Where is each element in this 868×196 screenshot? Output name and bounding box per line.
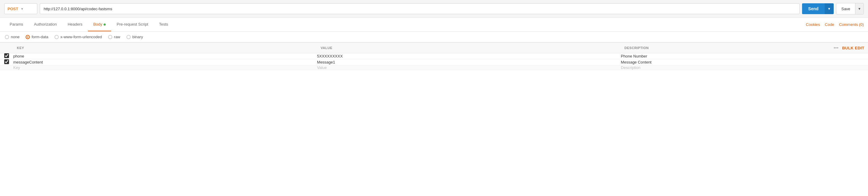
body-type-none[interactable]: none bbox=[5, 35, 20, 39]
table-header-row: KEY VALUE DESCRIPTION ••• Bulk Edit bbox=[0, 43, 868, 53]
empty-actions-cell bbox=[830, 65, 868, 70]
row1-check-cell bbox=[0, 53, 13, 59]
table-empty-row: Key Value Description bbox=[0, 65, 868, 70]
body-type-form-data[interactable]: form-data bbox=[26, 35, 49, 39]
table-row: phone 5XXXXXXXXX Phone Number bbox=[0, 53, 868, 59]
row2-key-cell: messageContent bbox=[13, 59, 317, 65]
th-check bbox=[0, 43, 13, 53]
body-type-binary[interactable]: binary bbox=[126, 35, 143, 39]
row1-description-cell: Phone Number bbox=[621, 53, 830, 59]
row1-actions-cell bbox=[830, 53, 868, 59]
send-btn-group: Send ▼ bbox=[802, 3, 834, 14]
send-dropdown-button[interactable]: ▼ bbox=[825, 3, 834, 14]
tab-body[interactable]: Body bbox=[88, 18, 112, 31]
radio-none-icon bbox=[5, 35, 9, 39]
radio-form-data-icon bbox=[26, 35, 30, 39]
row1-checkbox[interactable] bbox=[4, 53, 9, 58]
code-link[interactable]: Code bbox=[825, 22, 834, 27]
save-dropdown-button[interactable]: ▼ bbox=[855, 3, 864, 14]
body-dot-indicator bbox=[103, 24, 106, 26]
body-type-bar: none form-data x-www-form-urlencoded raw… bbox=[0, 32, 868, 42]
tab-pre-request-script[interactable]: Pre-request Script bbox=[111, 18, 154, 31]
empty-description-cell[interactable]: Description bbox=[621, 65, 830, 70]
tab-headers[interactable]: Headers bbox=[62, 18, 88, 31]
th-actions: ••• Bulk Edit bbox=[830, 43, 868, 53]
empty-key-cell[interactable]: Key bbox=[13, 65, 317, 70]
toolbar: POST ▼ Send ▼ Save ▼ bbox=[0, 0, 868, 18]
comments-link[interactable]: Comments (0) bbox=[839, 22, 864, 27]
tabs-left: Params Authorization Headers Body Pre-re… bbox=[4, 18, 174, 31]
tab-tests[interactable]: Tests bbox=[154, 18, 174, 31]
tabs-right: Cookies Code Comments (0) bbox=[806, 22, 864, 27]
radio-raw-icon bbox=[108, 35, 112, 39]
tabs-bar: Params Authorization Headers Body Pre-re… bbox=[0, 18, 868, 32]
table-options-icon[interactable]: ••• bbox=[834, 45, 838, 50]
send-button[interactable]: Send bbox=[802, 3, 824, 14]
url-input[interactable] bbox=[40, 3, 800, 14]
body-type-raw[interactable]: raw bbox=[108, 35, 120, 39]
method-label: POST bbox=[7, 7, 18, 11]
save-button[interactable]: Save bbox=[836, 3, 855, 14]
tab-params[interactable]: Params bbox=[4, 18, 29, 31]
row2-description-cell: Message Content bbox=[621, 59, 830, 65]
th-description: DESCRIPTION bbox=[621, 43, 830, 53]
row1-key-cell: phone bbox=[13, 53, 317, 59]
row2-checkbox[interactable] bbox=[4, 59, 9, 64]
form-table: KEY VALUE DESCRIPTION ••• Bulk Edit ph bbox=[0, 42, 868, 70]
body-type-urlencoded[interactable]: x-www-form-urlencoded bbox=[55, 35, 102, 39]
method-select[interactable]: POST ▼ bbox=[4, 3, 37, 14]
radio-urlencoded-icon bbox=[55, 35, 59, 39]
bulk-edit-link[interactable]: Bulk Edit bbox=[842, 46, 864, 50]
method-chevron-icon: ▼ bbox=[21, 7, 24, 10]
radio-binary-icon bbox=[126, 35, 131, 39]
row1-value-cell: 5XXXXXXXXX bbox=[317, 53, 621, 59]
empty-check-cell bbox=[0, 65, 13, 70]
row2-actions-cell bbox=[830, 59, 868, 65]
tab-authorization[interactable]: Authorization bbox=[29, 18, 62, 31]
cookies-link[interactable]: Cookies bbox=[806, 22, 820, 27]
th-key: KEY bbox=[13, 43, 317, 53]
row2-value-cell: Message1 bbox=[317, 59, 621, 65]
table-row: messageContent Message1 Message Content bbox=[0, 59, 868, 65]
row2-check-cell bbox=[0, 59, 13, 65]
empty-value-cell[interactable]: Value bbox=[317, 65, 621, 70]
save-btn-group: Save ▼ bbox=[836, 3, 864, 14]
th-value: VALUE bbox=[317, 43, 621, 53]
